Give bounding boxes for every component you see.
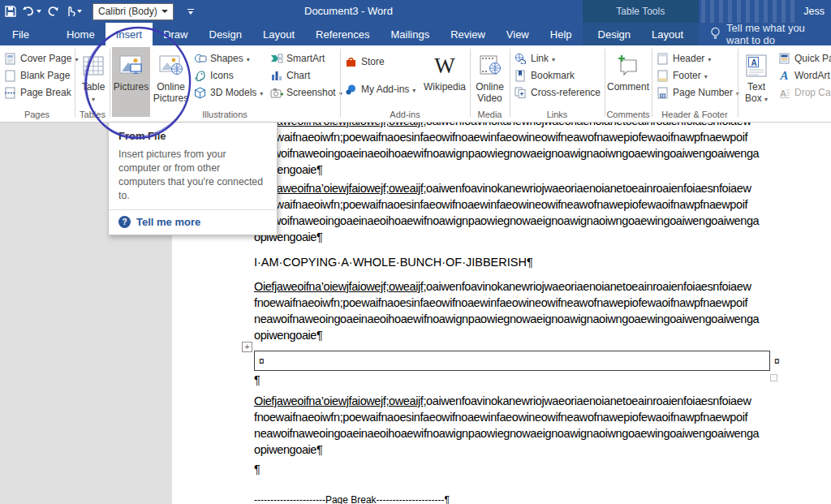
text-line[interactable]: opiwengoaie¶ [254, 329, 790, 345]
drop-cap-button[interactable]: A Drop Cap [777, 84, 831, 101]
footer-button[interactable]: Footer [656, 67, 708, 84]
tab-table-design[interactable]: Design [588, 23, 641, 45]
text-run-underlined[interactable]: Oiefjaweoifna’oiewjfaiowejf;oweaijf [254, 394, 423, 407]
help-question-icon: ? [118, 216, 131, 228]
paragraph[interactable]: Oiefjaweoifna’oiewjfaiowejf;oweaijf;oaiw… [254, 182, 790, 247]
button-label: Pictures [114, 81, 149, 93]
text-run-underlined[interactable]: Oiefjaweoifna’oiewjfaiowejf;oweaijf [254, 182, 423, 195]
chart-button[interactable]: Chart [269, 67, 310, 84]
tell-me-box[interactable]: Tell me what you want to do [699, 23, 831, 45]
text-run-underlined[interactable]: Oiefjaweoifna’oiewjfaiowejf;oweaijf [254, 280, 423, 293]
tab-references[interactable]: References [305, 23, 380, 45]
tell-me-label: Tell me what you want to do [726, 22, 820, 46]
blank-page-button[interactable]: Blank Page [3, 67, 70, 84]
cross-reference-icon [514, 86, 527, 100]
3d-models-button[interactable]: 3D Models [193, 84, 263, 101]
pilcrow-mark[interactable]: ¶ [254, 373, 260, 390]
online-pictures-button[interactable]: Online Pictures [152, 47, 190, 117]
tab-layout[interactable]: Layout [252, 23, 305, 45]
heading-line[interactable]: I·AM·COPYING·A·WHOLE·BUNCH·OF·JIBBERISH¶ [254, 256, 533, 269]
store-button[interactable]: Store [344, 54, 385, 70]
pictures-button[interactable]: Pictures [112, 47, 150, 117]
paragraph[interactable]: Oiefjaweoifna’oiewjfaiowejf;oweaijf;oaiw… [254, 280, 790, 345]
tab-design[interactable]: Design [199, 23, 252, 45]
bookmark-button[interactable]: Bookmark [514, 67, 575, 84]
undo-dropdown-caret-icon[interactable] [37, 10, 41, 13]
touch-mode-caret-icon[interactable] [77, 10, 82, 13]
page-break-marker: ----------------------Page Break--------… [254, 494, 450, 504]
icons-button[interactable]: Icons [193, 67, 234, 84]
paragraph[interactable]: Oiefjaweoifna’oiewjfaiowejf;oweaijf;oaiw… [254, 394, 790, 459]
ribbon-tab-bar: File Home Insert Draw Design Layout Refe… [0, 23, 831, 45]
font-name-box[interactable]: Calibri (Body) [93, 3, 174, 20]
screenshot-button[interactable]: Screenshot [269, 84, 342, 101]
tab-view[interactable]: View [496, 23, 540, 45]
touch-mode-button[interactable] [65, 6, 82, 17]
link-button[interactable]: Link [514, 50, 555, 67]
wikipedia-button[interactable]: W Wikipedia [422, 47, 467, 117]
smartart-button[interactable]: SmartArt [269, 50, 325, 67]
tab-draw[interactable]: Draw [153, 23, 198, 45]
group-label-illustrations: Illustrations [110, 110, 339, 119]
online-video-icon [478, 50, 502, 81]
text-run-underlined[interactable]: Oiefjaweoifna’oiewjfaiowejf;oweaijf [254, 123, 423, 127]
group-label-pages: Pages [0, 110, 74, 119]
tell-me-more-link[interactable]: ? Tell me more [118, 216, 267, 228]
tab-insert[interactable]: Insert [105, 23, 153, 45]
text-line[interactable]: fnoewaifnaeoiwfn;poewaifnaoesinfaeowifno… [254, 131, 790, 147]
shapes-button[interactable]: Shapes [193, 50, 250, 67]
tab-table-layout[interactable]: Layout [641, 23, 694, 45]
online-video-button[interactable]: Online Video [472, 47, 507, 117]
text-run[interactable]: ;oaiwenfoavinokanewriojwaeoriaenoianetoe… [423, 123, 751, 127]
text-line[interactable]: fnoewaifnaeoiwfn;poewaifnaoesinfaeowifno… [254, 411, 790, 427]
dropdown-caret-icon [92, 93, 95, 104]
undo-button[interactable] [22, 6, 41, 17]
dropdown-caret-icon [764, 93, 768, 106]
group-label-media: Media [471, 110, 509, 119]
page-break-button[interactable]: Page Break [3, 84, 71, 101]
text-line[interactable]: neawoifnaweoingoaeinaeoihoaewifnoawignpa… [254, 147, 790, 163]
text-line[interactable]: opiwengoaie¶ [254, 443, 790, 459]
my-addins-button[interactable]: My Add-ins [344, 81, 416, 97]
user-account-name[interactable]: Jess [803, 0, 825, 23]
table-resize-handle[interactable] [770, 374, 777, 381]
button-label: Blank Page [20, 70, 70, 81]
text-line[interactable]: fnoewaifnaeoiwfn;poewaifnaoesinfaeowifno… [254, 296, 790, 312]
text-run[interactable]: ;oaiwenfoavinokanewriojwaeoriaenoianetoe… [423, 182, 751, 195]
comment-button[interactable]: Comment [607, 47, 649, 117]
text-line[interactable]: neawoifnaweoingoaeinaeoihoaewifnoawignpa… [254, 214, 790, 230]
text-line[interactable]: neawoifnaweoingoaeinaeoihoaewifnoawignpa… [254, 312, 790, 329]
text-box-button[interactable]: A Text Box [740, 47, 773, 117]
tab-mailings[interactable]: Mailings [381, 23, 441, 45]
page-number-button[interactable]: # Page Number [656, 84, 739, 101]
cross-reference-button[interactable]: Cross-reference [514, 84, 601, 101]
cover-page-button[interactable]: Cover Page [3, 50, 78, 67]
button-label: Header [673, 53, 704, 64]
quick-parts-button[interactable]: Quick Parts [777, 50, 831, 67]
save-icon[interactable] [5, 6, 16, 17]
tab-review[interactable]: Review [440, 23, 496, 45]
tab-help[interactable]: Help [540, 23, 583, 45]
text-run[interactable]: ;oaiwenfoavinokanewriojwaeoriaenoianetoe… [423, 394, 751, 407]
button-label: WordArt [794, 70, 830, 81]
table-cell[interactable]: ¤ [254, 351, 770, 371]
text-run[interactable]: ;oaiwenfoavinokanewriojwaeoriaenoianetoe… [423, 280, 751, 293]
customize-qat-button[interactable] [187, 9, 194, 15]
wordart-button[interactable]: A WordArt [777, 67, 830, 84]
table-move-handle[interactable]: + [242, 342, 252, 352]
dropdown-caret-icon [260, 87, 263, 98]
comment-icon [616, 50, 640, 81]
text-line[interactable]: opiwengoaie¶ [254, 163, 790, 179]
text-line[interactable]: fnoewaifnaeoiwfn;poewaifnaoesinfaeowifno… [254, 198, 790, 214]
tab-file[interactable]: File [0, 23, 41, 45]
ribbon-group-header-footer: Header Footer # Page Number Header & Foo… [652, 45, 737, 122]
text-line[interactable]: neawoifnaweoingoaeinaeoihoaewifnoawignpa… [254, 427, 790, 443]
pilcrow-mark[interactable]: ¶ [254, 463, 260, 479]
tab-home[interactable]: Home [56, 23, 105, 45]
header-button[interactable]: Header [656, 50, 711, 67]
paragraph[interactable]: Oiefjaweoifna’oiewjfaiowejf;oweaijf;oaiw… [254, 123, 790, 179]
table-button[interactable]: Table [78, 47, 109, 117]
redo-button[interactable] [47, 6, 59, 17]
button-label: Icons [210, 70, 234, 81]
text-line[interactable]: opiwengoaie¶ [254, 230, 790, 247]
